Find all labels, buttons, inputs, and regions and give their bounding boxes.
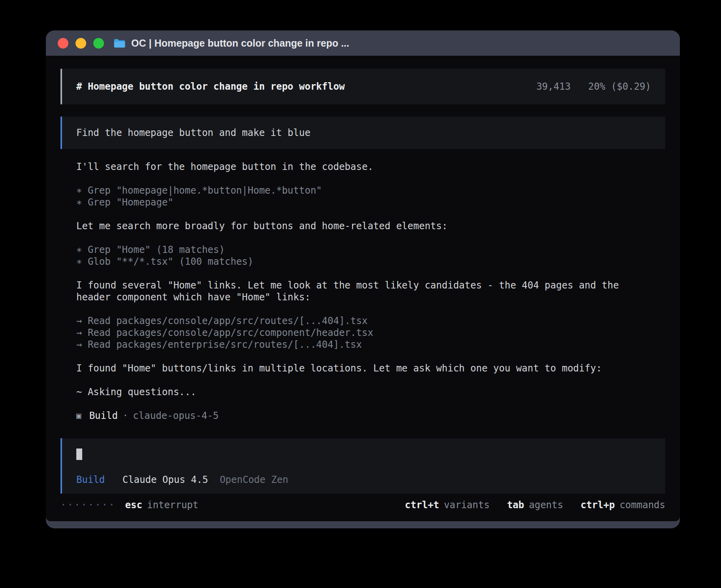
dot-separator: · xyxy=(123,410,128,422)
input-meta: Build Claude Opus 4.5 OpenCode Zen xyxy=(76,474,651,486)
tool-call-glob: ∗ Glob "**/*.tsx" (100 matches) xyxy=(76,256,630,268)
input-provider-label: OpenCode Zen xyxy=(220,474,288,485)
text-cursor xyxy=(76,449,82,460)
session-stats: 39,413 20% ($0.29) xyxy=(536,81,651,92)
progress-dots: ········ xyxy=(60,499,116,511)
session-header: # Homepage button color change in repo w… xyxy=(60,69,665,104)
conversation: I'll search for the homepage button in t… xyxy=(60,161,665,422)
assistant-text: I found "Home" buttons/links in multiple… xyxy=(76,362,630,374)
titlebar: OC | Homepage button color change in rep… xyxy=(46,30,680,56)
tool-call-grep: ∗ Grep "Homepage" xyxy=(76,196,630,208)
agent-model-name: claude-opus-4-5 xyxy=(133,410,219,422)
status-bar-left: ········ esc interrupt xyxy=(60,499,198,511)
zoom-button[interactable] xyxy=(93,38,104,49)
assistant-text: I found several "Home" links. Let me loo… xyxy=(76,279,630,303)
minimize-button[interactable] xyxy=(75,38,86,49)
context-usage-cost: 20% ($0.29) xyxy=(588,81,651,92)
interrupt-label: interrupt xyxy=(147,499,198,511)
agent-mode-name: Build xyxy=(89,410,118,422)
assistant-text: I'll search for the homepage button in t… xyxy=(76,161,630,173)
agent-status-line: ▣ Build · claude-opus-4-5 xyxy=(76,410,630,422)
status-bar-hints: ctrl+t variants tab agents ctrl+p comman… xyxy=(405,499,665,511)
tool-call-read: → Read packages/enterprise/src/routes/[.… xyxy=(76,339,630,351)
close-button[interactable] xyxy=(58,38,68,49)
terminal-window: OC | Homepage button color change in rep… xyxy=(46,30,680,528)
tab-key-hint: tab xyxy=(507,499,524,511)
agent-mode-icon: ▣ xyxy=(76,410,81,422)
terminal-content: # Homepage button color change in repo w… xyxy=(46,56,680,521)
status-asking-questions: ~ Asking questions... xyxy=(76,386,630,398)
user-message-text: Find the homepage button and make it blu… xyxy=(76,127,310,138)
prompt-input[interactable]: Build Claude Opus 4.5 OpenCode Zen xyxy=(60,438,665,494)
variants-label: variants xyxy=(444,499,490,511)
assistant-text: Let me search more broadly for buttons a… xyxy=(76,220,630,232)
input-mode-label: Build xyxy=(76,474,105,485)
hint-commands: ctrl+p commands xyxy=(581,499,665,511)
hint-agents: tab agents xyxy=(507,499,563,511)
esc-key-hint: esc xyxy=(125,499,142,511)
tool-call-grep: ∗ Grep "homepage|home.*button|Home.*butt… xyxy=(76,185,630,196)
tool-call-read: → Read packages/console/app/src/componen… xyxy=(76,327,630,339)
commands-label: commands xyxy=(619,499,665,511)
title-area: OC | Homepage button color change in rep… xyxy=(113,38,349,49)
traffic-lights xyxy=(58,38,104,49)
ctrl-t-key-hint: ctrl+t xyxy=(405,499,439,511)
tool-call-grep: ∗ Grep "Home" (18 matches) xyxy=(76,244,630,256)
token-count: 39,413 xyxy=(536,81,571,92)
folder-icon xyxy=(113,38,126,48)
user-message: Find the homepage button and make it blu… xyxy=(60,117,665,149)
status-bar: ········ esc interrupt ctrl+t variants t… xyxy=(60,499,665,511)
ctrl-p-key-hint: ctrl+p xyxy=(581,499,615,511)
tool-call-read: → Read packages/console/app/src/routes/[… xyxy=(76,315,630,327)
session-title: # Homepage button color change in repo w… xyxy=(76,81,345,92)
hint-variants: ctrl+t variants xyxy=(405,499,489,511)
window-title: OC | Homepage button color change in rep… xyxy=(131,38,349,49)
agents-label: agents xyxy=(529,499,563,511)
input-model-label: Claude Opus 4.5 xyxy=(123,474,208,485)
